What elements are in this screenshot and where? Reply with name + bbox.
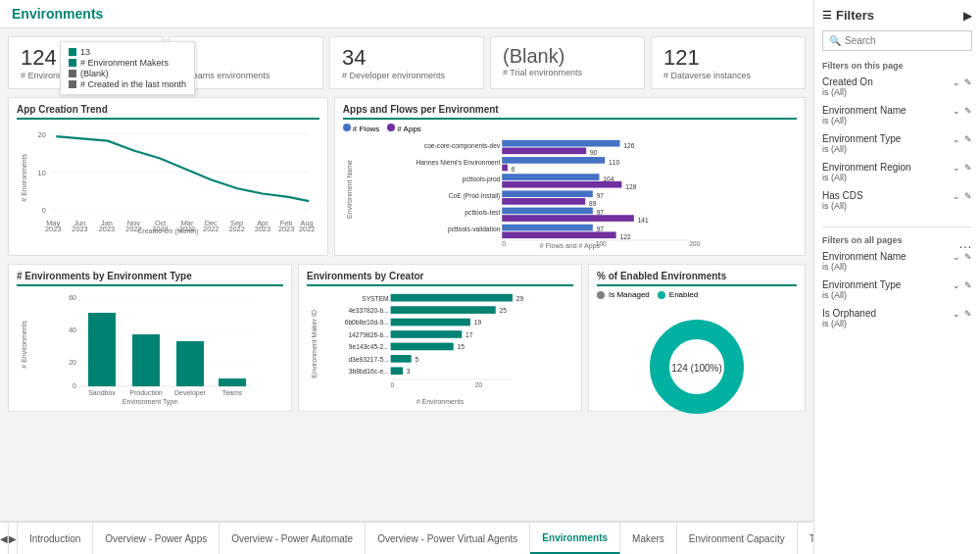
filter-chevron-env-region[interactable]: ⌄ xyxy=(953,163,960,173)
tab-overview-powervirtualagents[interactable]: Overview - Power Virtual Agents xyxy=(366,523,530,554)
svg-text:2022: 2022 xyxy=(228,225,244,233)
svg-rect-56 xyxy=(502,231,615,238)
app-creation-trend-card: App Creation Trend # Environments xyxy=(8,97,328,256)
svg-text:Sandbox: Sandbox xyxy=(88,389,116,396)
env-by-type-title: # Environments by Environment Type xyxy=(17,271,283,286)
svg-rect-94 xyxy=(391,355,412,363)
kpi-label-developer: # Developer environments xyxy=(342,71,471,80)
filter-edit-env-region[interactable]: ✎ xyxy=(964,163,972,173)
donut-area: 124 (100%) xyxy=(597,299,797,433)
filter-edit-is-orphaned[interactable]: ✎ xyxy=(964,309,972,319)
filter-env-type: Environment Type ⌄ ✎ is (All) xyxy=(822,133,972,154)
filter-edit-env-name[interactable]: ✎ xyxy=(964,106,972,116)
svg-text:40: 40 xyxy=(69,327,76,333)
svg-text:SYSTEM: SYSTEM xyxy=(362,295,389,302)
filter-env-name: Environment Name ⌄ ✎ is (All) xyxy=(822,105,972,126)
filters-panel: ☰ Filters ▶ 🔍 Filters on this page Creat… xyxy=(813,0,980,554)
svg-text:19: 19 xyxy=(474,319,482,326)
kpi-value-teams: 2 xyxy=(181,45,311,71)
svg-text:3: 3 xyxy=(407,368,411,375)
svg-rect-72 xyxy=(176,341,204,386)
filter-divider xyxy=(822,227,972,227)
filter-edit-all-env-type[interactable]: ✎ xyxy=(964,280,972,290)
svg-text:100: 100 xyxy=(595,240,606,247)
search-box[interactable]: 🔍 xyxy=(822,30,972,51)
tab-overview-powerautomate[interactable]: Overview - Power Automate xyxy=(220,523,366,554)
filter-is-orphaned: Is Orphaned ⌄ ✎ is (All) xyxy=(822,308,972,328)
svg-text:pcttools-prod: pcttools-prod xyxy=(463,176,501,183)
apps-flows-legend: # Flows # Apps xyxy=(343,124,797,133)
filter-all-env-name: Environment Name ⌄ ✎ is (All) xyxy=(822,251,972,272)
search-icon: 🔍 xyxy=(829,35,841,46)
svg-text:122: 122 xyxy=(619,233,630,240)
filter-chevron-has-cds[interactable]: ⌄ xyxy=(953,191,960,201)
enabled-label: Enabled xyxy=(669,290,698,299)
filter-edit-has-cds[interactable]: ✎ xyxy=(964,191,972,201)
kpi-label-trial: # Trial environments xyxy=(503,68,632,77)
filter-created-on: Created On ⌄ ✎ is (All) xyxy=(822,76,972,97)
is-managed-label: Is Managed xyxy=(609,290,650,299)
filters-collapse-button[interactable]: ▶ xyxy=(963,9,972,23)
svg-rect-34 xyxy=(502,157,605,164)
svg-rect-88 xyxy=(391,330,463,338)
svg-rect-85 xyxy=(391,319,470,327)
svg-text:126: 126 xyxy=(623,142,634,149)
filter-chevron-env-name[interactable]: ⌄ xyxy=(953,106,960,116)
tab-nav-prev[interactable]: ◀ xyxy=(0,523,9,554)
svg-text:pcttools-test: pcttools-test xyxy=(465,209,500,217)
filter-chevron-env-type[interactable]: ⌄ xyxy=(953,134,960,144)
filter-edit-created-on[interactable]: ✎ xyxy=(964,77,972,87)
filter-chevron-all-env-name[interactable]: ⌄ xyxy=(953,252,960,262)
svg-text:9e143c45-2...: 9e143c45-2... xyxy=(349,343,389,350)
apps-flows-card: Apps and Flows per Environment # Flows #… xyxy=(334,97,806,256)
filter-chevron-is-orphaned[interactable]: ⌄ xyxy=(953,309,960,319)
bottom-row: # Environments by Environment Type # Env… xyxy=(8,264,806,412)
filter-chevron-created-on[interactable]: ⌄ xyxy=(953,77,960,87)
tab-nav-next[interactable]: ▶ xyxy=(9,523,18,554)
filters-header: ☰ Filters ▶ xyxy=(822,8,972,23)
svg-text:128: 128 xyxy=(625,183,636,190)
tab-introduction[interactable]: Introduction xyxy=(18,523,93,554)
svg-rect-73 xyxy=(219,378,246,386)
kpi-value-dataverse: 121 xyxy=(663,45,793,71)
svg-text:0: 0 xyxy=(42,206,46,215)
filter-icon: ☰ xyxy=(822,9,832,22)
svg-text:104: 104 xyxy=(603,176,613,182)
svg-rect-82 xyxy=(391,306,496,314)
env-creator-x-label: # Environments xyxy=(307,398,573,405)
tab-makers[interactable]: Makers xyxy=(620,523,677,554)
svg-text:Teams: Teams xyxy=(222,389,243,396)
filters-title: Filters xyxy=(836,8,874,23)
svg-rect-97 xyxy=(391,367,403,375)
tab-overview-powerapps[interactable]: Overview - Power Apps xyxy=(93,523,220,554)
svg-text:coe-core-components-dev: coe-core-components-dev xyxy=(424,142,501,150)
pct-enabled-title: % of Enabled Environments xyxy=(597,271,797,286)
tab-environments[interactable]: Environments xyxy=(530,523,620,554)
env-by-creator-title: Environments by Creator xyxy=(307,271,573,286)
svg-text:15: 15 xyxy=(458,343,466,350)
svg-text:3b8bd16c-e...: 3b8bd16c-e... xyxy=(349,368,389,375)
svg-text:4e337820-b...: 4e337820-b... xyxy=(348,307,388,314)
svg-text:pcttools-validation: pcttools-validation xyxy=(448,226,501,233)
filter-env-region: Environment Region ⌄ ✎ is (All) xyxy=(822,162,972,182)
svg-text:0: 0 xyxy=(502,240,506,247)
page-title: Environments xyxy=(12,6,103,22)
svg-text:2022: 2022 xyxy=(203,225,219,233)
svg-text:89: 89 xyxy=(589,200,597,207)
filter-edit-all-env-name[interactable]: ✎ xyxy=(964,252,972,262)
svg-text:2023: 2023 xyxy=(255,225,270,233)
filter-chevron-all-env-type[interactable]: ⌄ xyxy=(953,280,960,290)
all-pages-header: Filters on all pages … xyxy=(822,235,972,251)
search-input[interactable] xyxy=(845,35,965,46)
svg-text:110: 110 xyxy=(609,159,619,166)
svg-text:2022: 2022 xyxy=(125,225,141,233)
tab-teams-environments[interactable]: Teams Environments xyxy=(798,523,813,554)
all-pages-options-button[interactable]: … xyxy=(958,235,972,251)
tab-environment-capacity[interactable]: Environment Capacity xyxy=(677,523,798,554)
svg-rect-71 xyxy=(132,334,160,386)
svg-text:d3e83217-5...: d3e83217-5... xyxy=(348,356,388,363)
donut-legend: Is Managed Enabled xyxy=(597,290,797,299)
filter-edit-env-type[interactable]: ✎ xyxy=(964,134,972,144)
kpi-value-developer: 34 xyxy=(342,45,471,71)
filters-all-pages-title: Filters on all pages xyxy=(822,235,903,245)
